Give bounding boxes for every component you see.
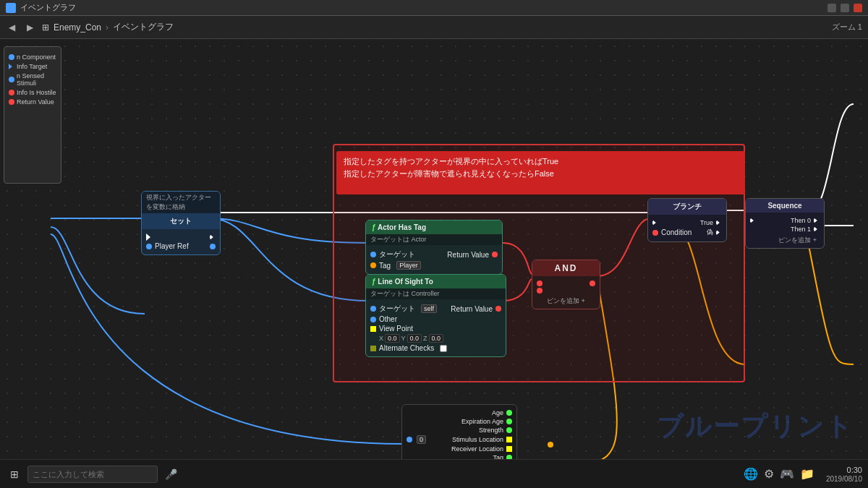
maximize-button[interactable] [841,4,849,12]
taskbar-icon-folder[interactable]: 📁 [800,467,814,481]
stim-receiver-row: Receiver Location [407,445,512,453]
exec-in-pin [146,234,153,241]
clock-date: 2019/08/10 [826,475,862,483]
branch-true-label: True [700,219,713,226]
panel-info-target-label: Info Target [17,63,47,70]
set-node-body: Player Ref [142,229,220,254]
stim-strength-row: Strength [407,427,512,434]
branch-node[interactable]: ブランチ True Condition 偽 [647,198,727,242]
line-of-sight-body: ターゲット self Return Value Other View Point… [366,299,506,356]
branch-false-pin [716,230,722,236]
stim-exp-label: Expiration Age [407,418,503,425]
panel-return-label: Return Value [17,98,54,106]
and-out-pin [590,281,595,286]
seq-add-pin[interactable]: ピンを追加 + [750,236,820,245]
windows-icon[interactable]: ⊞ [6,466,23,483]
grid-icon: ⊞ [42,22,49,33]
stim-age-row: Age [407,409,512,416]
stim-receiver-label: Receiver Location [407,445,503,453]
breadcrumb-root[interactable]: Enemy_Con [54,22,101,33]
clock-time: 0:30 [847,466,862,474]
actor-target-label: ターゲット [379,249,415,260]
breadcrumb-separator: › [106,22,109,33]
and-node[interactable]: AND ピンを追加 + [532,260,600,309]
microphone-icon[interactable]: 🎤 [162,466,179,483]
breadcrumb: ⊞ Enemy_Con › イベントグラフ [42,21,174,33]
actor-return-label: Return Value [447,251,489,259]
actor-has-tag-body: ターゲット Return Value Tag Player [366,245,502,274]
los-other-pin [370,317,376,322]
los-viewpoint-pin [370,326,376,332]
branch-exec-in [652,220,658,226]
line-of-sight-title: Line Of Sight To [378,278,433,286]
back-button[interactable]: ◀ [6,21,18,34]
panel-item-sensed: n Sensed Stimuli [9,72,56,87]
seq-then1-pin [814,226,820,232]
and-node-header: AND [532,260,600,276]
stim-index-value[interactable]: 0 [417,435,426,444]
los-viewpoint-label: View Point [379,325,413,333]
seq-exec-in [750,218,756,223]
branch-exec-row: True [652,219,722,226]
taskbar-icon-ie[interactable]: 🌐 [744,467,758,481]
branch-cond-label: Condition [661,228,692,236]
taskbar-icon-ue[interactable]: 🎮 [780,467,794,481]
taskbar: ⊞ 🎤 🌐 ⚙ 🎮 📁 0:30 2019/08/10 [0,459,868,488]
titlebar: イベントグラフ [0,0,868,16]
set-node[interactable]: 視界に入ったアクターを変数に格納 セット Player Ref [141,191,221,255]
info-line1: 指定したタグを持つアクターが視界の中に入っていればTrue [344,155,738,168]
titlebar-controls[interactable] [827,4,862,12]
panel-item-hostile: Info Is Hostile [9,89,56,96]
actor-tag-pin [370,262,376,268]
stim-tag-label: Tag [407,454,503,459]
sequence-node[interactable]: Sequence Then 0 Then 1 ピンを追加 + [745,198,825,249]
seq-then0-pin [814,218,820,223]
actor-has-tag-header: ƒ Actor Has Tag [366,221,502,234]
los-y-label: Y [401,335,406,342]
panel-item-info-target: Info Target [9,63,56,70]
actor-has-tag-subtitle: ターゲットは Actor [366,234,502,245]
search-input[interactable] [27,466,158,483]
set-node-label: 視界に入ったアクターを変数に格納 [142,192,220,213]
los-viewpoint-row: View Point [370,325,501,333]
and-add-pin[interactable]: ピンを追加 + [537,296,595,306]
los-alternate-checkbox[interactable] [440,345,447,352]
stim-age-pin [506,410,512,416]
actor-has-tag-func-icon: ƒ [372,223,378,231]
clock-display: 0:30 2019/08/10 [826,466,862,483]
line-of-sight-node[interactable]: ƒ Line Of Sight To ターゲットは Controller ターゲ… [365,274,506,357]
and-in2-pin [537,288,542,294]
seq-then0-label: Then 0 [791,217,811,224]
branch-false-label: 偽 [707,228,713,237]
branch-node-body: True Condition 偽 [648,215,726,241]
actor-has-tag-node[interactable]: ƒ Actor Has Tag ターゲットは Actor ターゲット Retur… [365,220,503,275]
actor-tag-value[interactable]: Player [396,261,421,270]
los-target-row: ターゲット self Return Value [370,304,501,314]
panel-item-component: n Component [9,53,56,61]
los-z-value[interactable]: 0.0 [429,334,444,343]
stimulus-node[interactable]: Age Expiration Age Strength 0 Stimulus L… [401,404,517,459]
branch-true-pin [716,220,722,226]
actor-return-pin [492,252,498,257]
los-x-label: X [379,335,383,342]
forward-button[interactable]: ▶ [24,21,36,34]
blueprint-canvas[interactable]: 指定したタグを持つアクターが視界の中に入っていればTrue 指定したアクターが障… [0,39,868,459]
actor-target-pin [370,252,376,257]
set-exec-row [146,234,216,241]
taskbar-icon-chrome[interactable]: ⚙ [764,467,774,481]
los-x-value[interactable]: 0.0 [385,334,400,343]
los-other-label: Other [379,315,397,323]
branch-cond-pin [652,230,658,236]
minimize-button[interactable] [827,4,836,12]
sequence-node-header: Sequence [746,199,824,213]
and-node-body: ピンを追加 + [532,276,600,309]
actor-tag-label: Tag [379,262,391,270]
los-y-value[interactable]: 0.0 [407,334,422,343]
los-target-value[interactable]: self [421,304,437,313]
zoom-label: ズーム 1 [832,22,862,33]
info-line2: 指定したアクターが障害物で遮られ見えなくなったらFalse [344,168,738,180]
close-button[interactable] [854,4,862,12]
panel-item-return: Return Value [9,98,56,106]
los-alternate-pin [370,346,376,351]
stimulus-body: Age Expiration Age Strength 0 Stimulus L… [402,405,516,459]
